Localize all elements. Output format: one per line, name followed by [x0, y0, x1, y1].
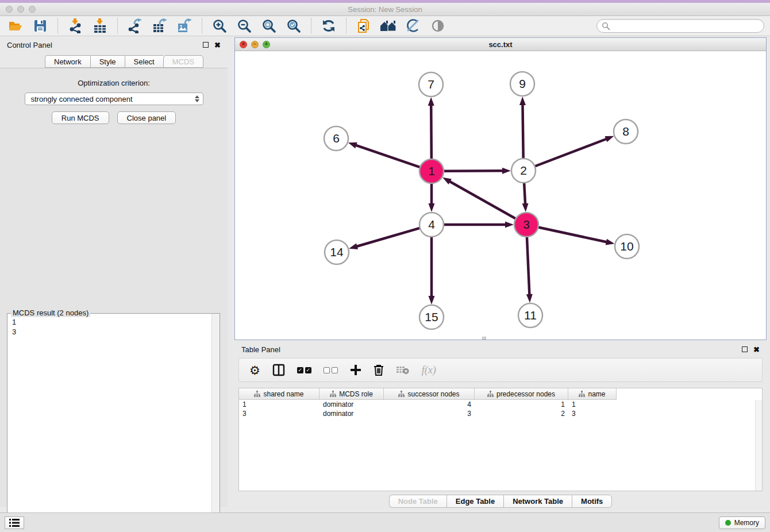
- zoom-out-icon[interactable]: [234, 18, 254, 34]
- column-sort-icon: [398, 391, 405, 397]
- column-selector-icon[interactable]: [272, 363, 285, 377]
- memory-button[interactable]: Memory: [719, 516, 765, 529]
- run-mcds-button[interactable]: Run MCDS: [52, 111, 109, 124]
- save-session-icon[interactable]: [30, 18, 50, 34]
- edge-2-8[interactable]: [535, 138, 607, 166]
- table-cell[interactable]: dominator: [319, 400, 384, 409]
- zoom-selected-icon[interactable]: [284, 18, 303, 34]
- delete-table-icon[interactable]: [396, 363, 410, 377]
- table-cell[interactable]: 1: [239, 400, 319, 409]
- graph-node-label: 15: [425, 310, 438, 323]
- unselect-all-icon[interactable]: [324, 363, 338, 377]
- control-tab-mcds[interactable]: MCDS: [163, 55, 203, 68]
- column-header-label: successor nodes: [407, 390, 459, 398]
- table-tab-edge-table[interactable]: Edge Table: [446, 495, 503, 508]
- search-input[interactable]: [610, 22, 759, 30]
- edge-arrowhead: [606, 239, 615, 245]
- column-header-shared-name[interactable]: shared name: [239, 388, 319, 400]
- table-tab-node-table[interactable]: Node Table: [389, 495, 446, 508]
- import-table-icon[interactable]: [90, 18, 110, 34]
- table-cell[interactable]: 3: [568, 409, 617, 418]
- mcds-tab-content: Optimization criterion: strongly connect…: [0, 68, 228, 507]
- table-scrollbar[interactable]: [755, 400, 762, 491]
- table-header-row: shared nameMCDS rolesuccessor nodesprede…: [239, 388, 762, 400]
- column-header-predecessor-nodes[interactable]: predecessor nodes: [475, 388, 568, 400]
- result-scrollbar[interactable]: [211, 314, 220, 530]
- float-panel-icon[interactable]: [742, 346, 748, 352]
- column-header-MCDS-role[interactable]: MCDS role: [319, 388, 384, 400]
- home-icon[interactable]: [379, 18, 398, 34]
- table-tab-motifs[interactable]: Motifs: [572, 495, 612, 508]
- edge-3-11[interactable]: [527, 237, 530, 295]
- import-network-icon[interactable]: [66, 18, 85, 34]
- edge-2-9[interactable]: [522, 104, 523, 159]
- column-header-label: shared name: [263, 390, 303, 398]
- control-tab-select[interactable]: Select: [125, 55, 163, 68]
- toggle-graphics-details-icon[interactable]: [428, 18, 448, 34]
- clone-network-icon[interactable]: [354, 18, 374, 34]
- zoom-in-icon[interactable]: [210, 18, 229, 34]
- select-stepper-icon: [195, 95, 199, 102]
- table-cell[interactable]: 1: [568, 400, 617, 409]
- table-cell[interactable]: 3: [384, 409, 475, 418]
- close-panel-icon[interactable]: ✖: [753, 346, 760, 353]
- zoom-fit-icon[interactable]: [259, 18, 279, 34]
- app-titlebar: Session: New Session: [0, 3, 770, 16]
- graph-node-label: 4: [428, 218, 435, 231]
- search-icon: [602, 22, 610, 30]
- hide-selected-icon[interactable]: [403, 18, 423, 34]
- toolbar-separator: [57, 18, 58, 33]
- apply-function-icon[interactable]: f(x): [422, 363, 436, 377]
- add-column-icon[interactable]: [350, 363, 361, 377]
- network-frame-title: scc.txt: [235, 40, 766, 49]
- export-table-icon[interactable]: [150, 18, 170, 34]
- node-table: shared nameMCDS rolesuccessor nodesprede…: [238, 388, 763, 491]
- edge-1-7[interactable]: [431, 105, 432, 159]
- column-header-successor-nodes[interactable]: successor nodes: [384, 388, 475, 400]
- control-tab-style[interactable]: Style: [90, 55, 125, 68]
- criterion-value: strongly connected component: [31, 95, 133, 103]
- edge-2-3[interactable]: [524, 183, 525, 205]
- edge-arrowhead: [429, 203, 435, 212]
- control-panel-header: Control Panel ✖: [0, 37, 228, 52]
- control-tab-network[interactable]: Network: [45, 55, 90, 68]
- float-panel-icon[interactable]: [203, 42, 209, 48]
- search-field[interactable]: [596, 19, 764, 33]
- task-history-button[interactable]: [5, 516, 24, 529]
- edge-4-14[interactable]: [356, 228, 420, 246]
- table-cell[interactable]: 1: [475, 400, 568, 409]
- column-sort-icon: [330, 391, 336, 397]
- edge-3-10[interactable]: [538, 227, 607, 242]
- refresh-view-icon[interactable]: [319, 18, 338, 34]
- table-cell[interactable]: 3: [239, 409, 319, 418]
- splitter-grabber[interactable]: [482, 337, 486, 340]
- table-cell[interactable]: 4: [384, 400, 475, 409]
- delete-column-icon[interactable]: [374, 363, 384, 377]
- table-tab-network-table[interactable]: Network Table: [503, 495, 572, 508]
- close-panel-button[interactable]: Close panel: [117, 111, 176, 124]
- graph-node-label: 8: [622, 125, 629, 138]
- edge-1-6[interactable]: [355, 145, 420, 167]
- list-icon: [9, 519, 20, 527]
- table-toolbar: ⚙ ✓✓ f(x): [238, 358, 763, 382]
- export-network-icon[interactable]: [125, 18, 145, 34]
- open-session-icon[interactable]: [6, 18, 25, 34]
- window-title: Session: New Session: [0, 5, 770, 14]
- toolbar-separator: [202, 18, 202, 33]
- export-image-icon[interactable]: [175, 18, 194, 34]
- mcds-result-box[interactable]: MCDS result (2 nodes) 1 3: [7, 313, 220, 530]
- table-options-icon[interactable]: ⚙: [249, 363, 260, 377]
- column-header-name[interactable]: name: [568, 388, 617, 400]
- table-panel: Table Panel ✖ ⚙ ✓✓ f(x) shared nameMCDS …: [234, 342, 767, 510]
- edge-3-1[interactable]: [449, 181, 515, 219]
- criterion-select[interactable]: strongly connected component: [25, 92, 203, 105]
- table-cell[interactable]: 2: [475, 409, 568, 418]
- edge-arrowhead: [526, 294, 533, 303]
- select-all-icon[interactable]: ✓✓: [297, 363, 311, 377]
- close-panel-icon[interactable]: ✖: [214, 41, 221, 49]
- edge-arrowhead: [349, 243, 358, 249]
- table-cell[interactable]: dominator: [319, 409, 384, 418]
- network-frame-titlebar[interactable]: × − + scc.txt: [235, 38, 766, 51]
- network-canvas[interactable]: 1234678910111415: [235, 51, 766, 340]
- edge-1-2[interactable]: [444, 171, 503, 171]
